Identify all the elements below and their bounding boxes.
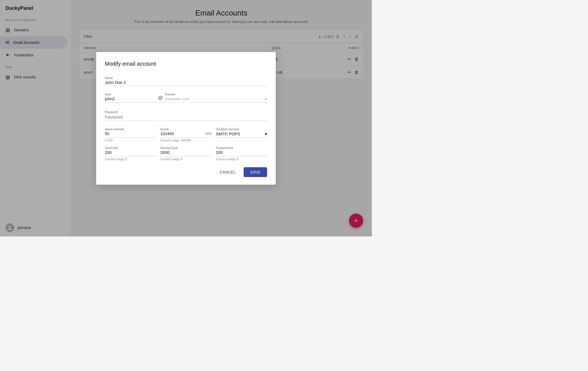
user-field: User john2 [105,93,156,101]
password-input[interactable] [105,115,267,119]
domain-value: example.com [165,96,189,101]
disabled-label: Disabled services [216,127,267,131]
receive-limit-label: Receive limit [160,146,212,150]
disabled-dropdown[interactable]: SMTP, POP3 ▾ [216,131,267,136]
send-limit-input[interactable] [105,150,156,155]
email-row: User john2 @ Domain example.com ▾ [105,93,267,103]
spam-field: Spam treshold 0-100 [105,127,156,142]
disabled-dropdown-icon: ▾ [265,131,267,136]
disabled-value: SMTP, POP3 [216,132,240,136]
quota-label: Quota [160,127,212,131]
user-label: User [105,93,156,96]
domain-field: Domain example.com ▾ [165,93,267,101]
dialog-title: Modify email account [105,61,267,67]
send-limit-hint: Current usage: 0 [105,157,156,161]
domain-label: Domain [165,93,267,96]
quota-suffix: MiB [206,132,212,136]
forward-limit-input[interactable] [216,150,267,155]
password-field-wrapper: Password [105,109,267,121]
name-field: Name [105,75,267,86]
cancel-button[interactable]: CANCEL [214,167,241,177]
spam-field-box: Spam treshold [105,127,156,138]
password-label: Password [105,110,118,114]
dialog-actions: CANCEL SAVE [105,167,267,177]
forward-limit-field: Forward limit Current usage: 0 [216,146,267,161]
domain-value-wrapper[interactable]: example.com ▾ [165,96,267,101]
receive-limit-box: Receive limit [160,146,212,156]
spam-hint: 0-100 [105,139,156,142]
save-button[interactable]: SAVE [244,167,267,177]
modal-overlay: Modify email account Name User john2 @ D… [0,0,372,236]
name-input[interactable] [105,75,267,86]
modify-email-dialog: Modify email account Name User john2 @ D… [96,52,276,185]
quota-field: Quota MiB Current usage: 482MiB [160,127,212,142]
quota-field-box: Quota MiB [160,127,212,138]
at-sign: @ [158,95,163,101]
disabled-field: Disabled services SMTP, POP3 ▾ [216,127,267,142]
receive-limit-hint: Current usage: 0 [160,157,212,161]
domain-dropdown-icon: ▾ [265,96,267,101]
spam-input[interactable] [105,131,156,136]
receive-limit-input[interactable] [160,150,212,155]
receive-limit-field: Receive limit Current usage: 0 [160,146,212,161]
quota-input[interactable] [160,131,212,136]
spam-label: Spam treshold [105,127,156,131]
send-limit-label: Send limit [105,146,156,150]
send-limit-field: Send limit Current usage: 0 [105,146,156,161]
user-value: john2 [105,96,115,101]
send-limit-box: Send limit [105,146,156,156]
quota-hint: Current usage: 482MiB [160,139,212,142]
forward-limit-hint: Current usage: 0 [216,157,267,161]
forward-limit-label: Forward limit [216,146,267,150]
disabled-field-box: Disabled services SMTP, POP3 ▾ [216,127,267,138]
row1-fields: Spam treshold 0-100 Quota MiB Current us… [105,127,267,142]
row2-fields: Send limit Current usage: 0 Receive limi… [105,146,267,161]
forward-limit-box: Forward limit [216,146,267,156]
